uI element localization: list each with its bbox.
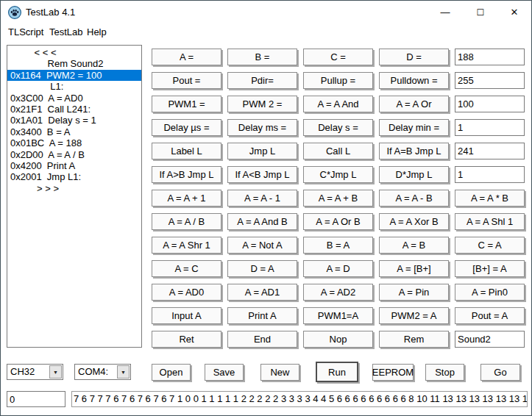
value-input-row1[interactable]	[455, 49, 525, 65]
op-button[interactable]: Delay min =	[379, 119, 449, 136]
end-button[interactable]: End	[227, 331, 297, 348]
script-line[interactable]: 0x4200 Print A	[7, 160, 141, 171]
op-button[interactable]: A = [B+]	[379, 260, 449, 277]
op-button[interactable]: Call L	[303, 143, 373, 159]
op-button[interactable]: A = A Xor B	[379, 213, 449, 230]
op-button[interactable]: D*Jmp L	[379, 166, 449, 183]
value-input-row6[interactable]	[455, 166, 525, 183]
op-button[interactable]: B = A	[303, 237, 373, 254]
op-button[interactable]: D = A	[227, 260, 297, 277]
op-button[interactable]: A = A / B	[152, 213, 221, 230]
script-line[interactable]: L1:	[7, 81, 141, 92]
new-button[interactable]: New	[260, 364, 299, 381]
script-listbox[interactable]: < < < Rem Sound2 0x1164 PWM2 = 100 L1: 0…	[7, 45, 142, 348]
minimize-button[interactable]: —	[429, 1, 461, 24]
op-button[interactable]: C = A	[455, 237, 525, 254]
op-button[interactable]: A = Pin	[379, 284, 449, 301]
op-button[interactable]: A = A * B	[455, 190, 525, 207]
rem-text-input[interactable]	[455, 331, 525, 348]
op-button[interactable]: Pulldown =	[379, 72, 449, 89]
op-button[interactable]: A = A And B	[227, 213, 297, 230]
rem-button[interactable]: Rem	[379, 331, 449, 348]
chevron-down-icon[interactable]: ▼	[117, 365, 130, 379]
op-button[interactable]: Print A	[227, 307, 297, 324]
op-button[interactable]: A = A Or	[379, 96, 449, 112]
maximize-button[interactable]: ☐	[464, 1, 497, 24]
op-button[interactable]: If A<B Jmp L	[227, 166, 297, 183]
op-button[interactable]: If A>B Jmp L	[152, 166, 221, 183]
value-input-row4[interactable]	[455, 119, 525, 136]
op-button[interactable]: A = Not A	[227, 237, 297, 254]
op-button[interactable]: C*Jmp L	[303, 166, 373, 183]
script-line[interactable]: 0x21F1 Call L241:	[7, 104, 141, 115]
op-button[interactable]: PWM 2 =	[227, 96, 297, 112]
op-button[interactable]: PWM2 = A	[379, 307, 449, 324]
op-button[interactable]: Label L	[152, 143, 221, 159]
menu-item-testlab[interactable]: TestLab	[48, 24, 85, 40]
op-button[interactable]: A = AD1	[227, 284, 297, 301]
open-button[interactable]: Open	[152, 364, 191, 381]
script-line[interactable]: 0x2D00 A = A / B	[7, 149, 141, 160]
op-button[interactable]: Pout =	[152, 72, 221, 89]
ret-button[interactable]: Ret	[152, 331, 221, 348]
op-button[interactable]: A = Pin0	[455, 284, 525, 301]
op-button[interactable]: A = A + 1	[152, 190, 221, 207]
op-button[interactable]: A = A - 1	[227, 190, 297, 207]
value-input-row5[interactable]	[455, 143, 525, 159]
op-button[interactable]: A = AD2	[303, 284, 373, 301]
op-button[interactable]: D =	[379, 49, 449, 65]
stop-button[interactable]: Stop	[425, 364, 464, 381]
op-button[interactable]: A = D	[303, 260, 373, 277]
script-line[interactable]: 0x1A01 Delay s = 1	[7, 115, 141, 126]
output-strip: 7 6 7 7 7 6 7 6 7 6 7 6 7 1 0 0 1 1 1 1 …	[71, 391, 528, 407]
op-button[interactable]: C =	[303, 49, 373, 65]
op-button[interactable]: A = A Shl 1	[455, 213, 525, 230]
go-button[interactable]: Go	[480, 364, 520, 381]
counter-input[interactable]	[7, 391, 65, 407]
op-button[interactable]: [B+] = A	[455, 260, 525, 277]
script-line[interactable]: > > >	[7, 183, 141, 194]
device-select[interactable]: CH32 ▼	[7, 364, 63, 380]
op-button[interactable]: Jmp L	[227, 143, 297, 159]
op-button[interactable]: A = A + B	[303, 190, 373, 207]
value-input-row3[interactable]	[455, 96, 525, 112]
save-button[interactable]: Save	[205, 364, 244, 381]
eeprom-button[interactable]: EEPROM	[372, 364, 414, 381]
script-line-selected[interactable]: 0x1164 PWM2 = 100	[7, 70, 141, 81]
op-button[interactable]: A = A And	[303, 96, 373, 112]
port-select[interactable]: COM4: ▼	[74, 364, 131, 380]
op-button[interactable]: PWM1 =	[152, 96, 221, 112]
paw-icon	[8, 6, 21, 19]
op-button[interactable]: A =	[152, 49, 221, 65]
script-line[interactable]: < < <	[7, 47, 141, 58]
script-line[interactable]: 0x3400 B = A	[7, 126, 141, 137]
script-line[interactable]: 0x2001 Jmp L1:	[7, 171, 141, 182]
run-button[interactable]: Run	[316, 362, 358, 382]
value-input-row2[interactable]	[455, 72, 525, 89]
op-button[interactable]: B =	[227, 49, 297, 65]
op-button[interactable]: PWM1=A	[303, 307, 373, 324]
nop-button[interactable]: Nop	[303, 331, 373, 348]
op-button[interactable]: Pullup =	[303, 72, 373, 89]
chevron-down-icon[interactable]: ▼	[49, 365, 62, 379]
op-button[interactable]: Delay µs =	[152, 119, 221, 136]
op-button[interactable]: A = C	[152, 260, 221, 277]
op-button[interactable]: A = AD0	[152, 284, 221, 301]
op-button[interactable]: Pout = A	[455, 307, 525, 324]
op-button[interactable]: Delay ms =	[227, 119, 297, 136]
script-line[interactable]: Rem Sound2	[7, 58, 141, 69]
script-line[interactable]: 0x3C00 A = AD0	[7, 93, 141, 104]
op-button[interactable]: Pdir=	[227, 72, 297, 89]
op-button[interactable]: If A=B Jmp L	[379, 143, 449, 159]
menu-item-help[interactable]: Help	[85, 24, 108, 40]
op-button[interactable]: Input A	[152, 307, 221, 324]
menu-item-tlscript[interactable]: TLScript	[7, 24, 45, 40]
op-button[interactable]: A = A Or B	[303, 213, 373, 230]
close-button[interactable]: ✕	[498, 1, 531, 24]
op-button[interactable]: A = A - B	[379, 190, 449, 207]
op-button[interactable]: Delay s =	[303, 119, 373, 136]
menu-bar: TLScript TestLab Help	[1, 24, 531, 40]
op-button[interactable]: A = B	[379, 237, 449, 254]
op-button[interactable]: A = A Shr 1	[152, 237, 221, 254]
script-line[interactable]: 0x01BC A = 188	[7, 137, 141, 148]
